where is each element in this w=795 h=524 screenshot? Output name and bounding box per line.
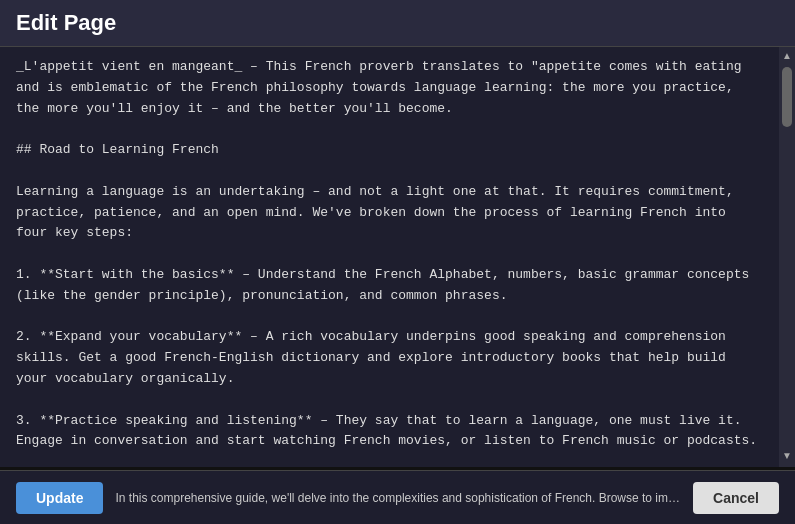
cancel-button[interactable]: Cancel [693,482,779,514]
scroll-up-icon[interactable]: ▲ [782,47,792,63]
update-button[interactable]: Update [16,482,103,514]
scrollbar-thumb[interactable] [782,67,792,127]
modal-body: _L'appetit vient en mangeant_ – This Fre… [0,47,795,467]
edit-content[interactable]: _L'appetit vient en mangeant_ – This Fre… [0,47,779,467]
scrollbar[interactable]: ▲ ▼ [779,47,795,467]
modal-title: Edit Page [16,10,116,35]
modal-footer: Update In this comprehensive guide, we'l… [0,470,795,524]
modal-overlay: Edit Page _L'appetit vient en mangeant_ … [0,0,795,524]
modal-header: Edit Page [0,0,795,47]
scroll-down-icon[interactable]: ▼ [782,447,792,463]
footer-text: In this comprehensive guide, we'll delve… [115,491,681,505]
